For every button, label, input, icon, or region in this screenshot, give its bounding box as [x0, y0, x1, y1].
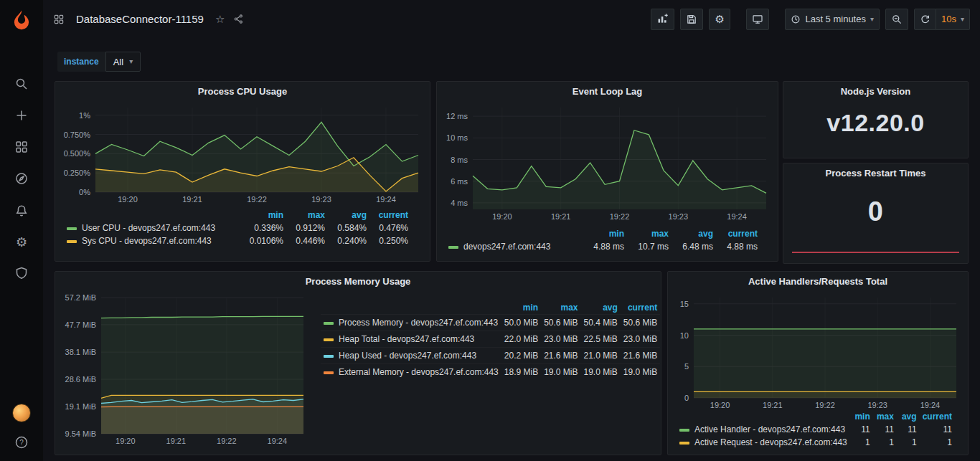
cpu-chart[interactable]: 19:2019:2119:2219:2319:241%0.750%0.500%0…: [58, 103, 425, 205]
legend-header-max[interactable]: max: [627, 228, 672, 240]
sidebar-create[interactable]: [0, 106, 43, 125]
legend-series-name[interactable]: Sys CPU - devops247.ef.com:443: [64, 234, 245, 247]
sidebar-dashboards[interactable]: [0, 138, 43, 156]
bell-icon: [14, 204, 29, 218]
grafana-logo[interactable]: [0, 6, 43, 34]
cpu-legend: minmaxavgcurrentUser CPU - devops247.ef.…: [64, 209, 411, 247]
legend-name-column: [677, 411, 850, 423]
legend-stat-avg: 21.0 MiB: [581, 348, 621, 364]
sidebar-server-admin[interactable]: [0, 264, 43, 282]
legend-header-min[interactable]: min: [245, 209, 286, 222]
sidebar-configuration[interactable]: ⚙: [0, 233, 43, 252]
sidebar-alerting[interactable]: [0, 201, 43, 220]
legend-series-name[interactable]: Active Request - devops247.ef.com:443: [677, 436, 850, 449]
legend-series-name[interactable]: Heap Used - devops247.ef.com:443: [321, 348, 501, 364]
y-axis-label: 12 ms: [446, 112, 468, 120]
navbar: DatabaseConnector-11159 ☆ ⚙ Last 5 minut…: [43, 0, 980, 38]
panel-title[interactable]: Active Handlers/Requests Total: [668, 272, 968, 292]
legend-header-min[interactable]: min: [850, 411, 873, 423]
legend-stat-max: 1: [873, 436, 897, 449]
legend-header-min[interactable]: min: [501, 302, 541, 315]
legend-series-name[interactable]: Active Handler - devops247.ef.com:443: [677, 423, 850, 436]
legend-row: External Memory - devops247.ef.com:44318…: [321, 364, 660, 381]
y-axis-label: 57.2 MiB: [65, 293, 96, 302]
dashboard-settings-button[interactable]: ⚙: [709, 9, 730, 30]
y-axis-label: 6 ms: [451, 177, 468, 186]
legend-header-min[interactable]: min: [583, 228, 627, 240]
chart-canvas[interactable]: 19:2019:2119:2219:2319:241%0.750%0.500%0…: [58, 103, 425, 205]
refresh-interval-label: 10s: [941, 14, 956, 24]
legend-row: Active Request - devops247.ef.com:443111…: [677, 436, 955, 449]
monitor-icon: [752, 14, 763, 25]
legend-series-name[interactable]: Process Memory - devops247.ef.com:443: [321, 315, 501, 331]
legend-header-avg[interactable]: avg: [672, 228, 716, 240]
add-panel-button[interactable]: [651, 9, 674, 30]
legend-stat-current: 0.476%: [369, 222, 411, 234]
legend-stat-current: 50.6 MiB: [621, 315, 660, 331]
panel-title[interactable]: Node.js Version: [783, 82, 968, 102]
legend-series-name[interactable]: External Memory - devops247.ef.com:443: [321, 364, 501, 381]
chart-canvas[interactable]: 19:2019:2119:2219:2457.2 MiB47.7 MiB38.1…: [58, 293, 311, 447]
panel-title[interactable]: Process Restart Times: [783, 163, 968, 184]
chart-canvas[interactable]: 19:2019:2119:2219:2319:24151050: [671, 293, 963, 411]
x-axis-label: 19:20: [118, 195, 138, 204]
time-range-picker[interactable]: Last 5 minutes ▾: [785, 9, 880, 30]
memory-chart[interactable]: 19:2019:2119:2219:2457.2 MiB47.7 MiB38.1…: [58, 293, 311, 447]
legend-stat-avg: 22.5 MiB: [581, 331, 621, 348]
panel-process-restart-times: Process Restart Times 0: [783, 163, 969, 264]
refresh-button[interactable]: [914, 9, 936, 30]
panel-nodejs-version: Node.js Version v12.20.0: [783, 81, 969, 158]
legend-series-name[interactable]: devops247.ef.com:443: [446, 240, 583, 253]
panel-title[interactable]: Process Memory Usage: [55, 272, 661, 292]
y-axis-label: 8 ms: [451, 156, 468, 164]
series-color-icon: [324, 322, 334, 325]
legend-header-current[interactable]: current: [920, 411, 955, 423]
handlers-chart[interactable]: 19:2019:2119:2219:2319:24151050: [671, 293, 963, 411]
legend-header-max[interactable]: max: [873, 411, 897, 423]
panel-title[interactable]: Process CPU Usage: [55, 82, 430, 102]
legend-header-current[interactable]: current: [716, 228, 760, 240]
cycle-view-mode-button[interactable]: [746, 9, 769, 30]
legend-header-avg[interactable]: avg: [581, 302, 621, 315]
series-fill: [694, 329, 956, 398]
sidebar-help[interactable]: ?: [0, 433, 43, 452]
legend-header-max[interactable]: max: [286, 209, 328, 222]
sidebar-explore[interactable]: [0, 169, 43, 188]
legend-header-avg[interactable]: avg: [328, 209, 369, 222]
restart-times-value: 0: [783, 196, 968, 227]
legend-stat-min: 4.88 ms: [583, 240, 627, 253]
legend-header-avg[interactable]: avg: [897, 411, 920, 423]
user-avatar[interactable]: [0, 403, 43, 423]
x-axis-label: 19:24: [268, 437, 288, 445]
legend-series-name[interactable]: User CPU - devops247.ef.com:443: [64, 222, 245, 234]
legend-series-name[interactable]: Heap Total - devops247.ef.com:443: [321, 331, 501, 348]
zoom-out-time-button[interactable]: [885, 9, 908, 30]
legend-header-max[interactable]: max: [541, 302, 580, 315]
panel-event-loop-lag: Event Loop Lag 19:2019:2119:2219:2319:24…: [436, 81, 778, 262]
x-axis-label: 19:20: [710, 401, 730, 409]
legend-row: devops247.ef.com:4434.88 ms10.7 ms6.48 m…: [446, 240, 760, 253]
event-loop-chart[interactable]: 19:2019:2119:2219:2319:2412 ms10 ms8 ms6…: [440, 103, 773, 222]
panel-title[interactable]: Event Loop Lag: [437, 82, 778, 102]
refresh-interval-button[interactable]: 10s ▾: [936, 9, 970, 30]
save-dashboard-button[interactable]: [680, 9, 703, 30]
legend-header-current[interactable]: current: [369, 209, 411, 222]
variable-value-dropdown[interactable]: All ▾: [105, 52, 141, 72]
main-area: DatabaseConnector-11159 ☆ ⚙ Last 5 minut…: [43, 0, 980, 461]
x-axis-label: 19:21: [551, 212, 571, 221]
chart-canvas[interactable]: 19:2019:2119:2219:2319:2412 ms10 ms8 ms6…: [440, 103, 773, 222]
x-axis-label: 19:22: [217, 437, 237, 445]
legend-row: Process Memory - devops247.ef.com:44350.…: [321, 315, 660, 331]
share-dashboard-button[interactable]: [232, 12, 245, 26]
y-axis-label: 4 ms: [451, 199, 468, 207]
legend-table: minmaxavgcurrentUser CPU - devops247.ef.…: [64, 209, 411, 247]
sidebar-search[interactable]: [0, 75, 43, 93]
legend-stat-current: 0.250%: [369, 234, 411, 247]
legend-stat-max: 11: [873, 423, 897, 436]
x-axis-label: 19:22: [815, 401, 835, 409]
variable-label: instance: [57, 52, 105, 72]
legend-header-current[interactable]: current: [621, 302, 660, 315]
x-axis-label: 19:24: [920, 401, 941, 409]
star-dashboard-button[interactable]: ☆: [214, 11, 226, 27]
y-axis-label: 0.500%: [64, 149, 91, 158]
